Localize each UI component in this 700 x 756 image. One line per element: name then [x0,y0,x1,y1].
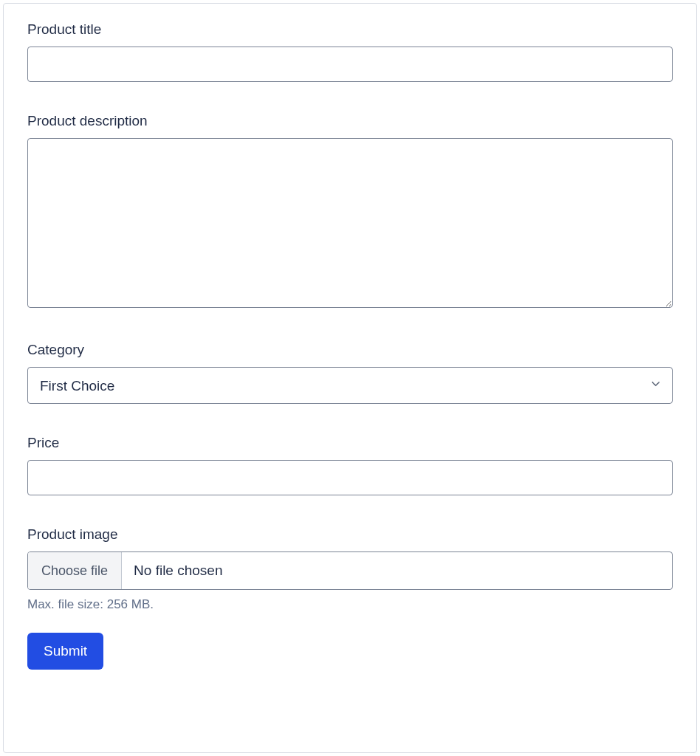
field-product-image: Product image Choose file No file chosen… [27,526,673,612]
category-select[interactable]: First Choice [27,367,673,404]
category-label: Category [27,342,673,358]
category-select-wrapper: First Choice [27,367,673,404]
file-input-row: Choose file No file chosen [27,551,673,590]
product-image-label: Product image [27,526,673,543]
product-title-label: Product title [27,21,673,38]
product-title-input[interactable] [27,47,673,82]
submit-button[interactable]: Submit [27,633,103,670]
choose-file-button[interactable]: Choose file [28,552,122,589]
field-category: Category First Choice [27,342,673,404]
field-price: Price [27,435,673,495]
product-description-label: Product description [27,113,673,129]
product-form: Product title Product description Catego… [3,3,697,753]
file-size-hint: Max. file size: 256 MB. [27,597,673,612]
price-input[interactable] [27,460,673,495]
product-description-input[interactable] [27,138,673,308]
price-label: Price [27,435,673,451]
field-product-description: Product description [27,113,673,311]
field-product-title: Product title [27,21,673,82]
file-chosen-status: No file chosen [122,552,672,589]
